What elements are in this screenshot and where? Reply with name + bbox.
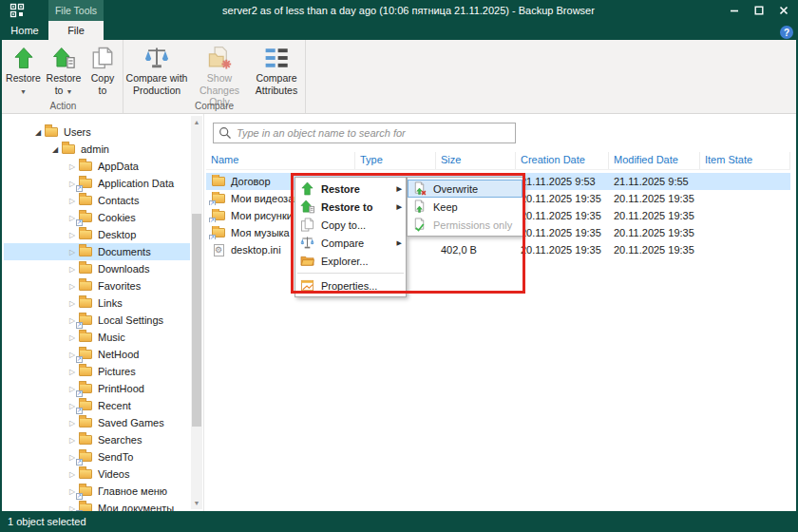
column-header-modified-date[interactable]: Modified Date — [609, 152, 700, 169]
search-input[interactable] — [237, 124, 515, 142]
collapsed-arrow-icon[interactable]: ▷ — [66, 436, 78, 445]
folder-shortcut-icon: ↗ — [78, 314, 93, 327]
expanded-arrow-icon[interactable]: ◢ — [32, 128, 44, 137]
tree-item-label: Documents — [98, 246, 151, 257]
search-box[interactable] — [213, 123, 516, 143]
submenu-arrow-icon: ▶ — [397, 185, 402, 193]
collapsed-arrow-icon[interactable]: ▷ — [66, 248, 78, 256]
folder-shortcut-icon: ↗ — [211, 209, 226, 222]
scroll-down-icon[interactable]: ▼ — [191, 497, 202, 509]
menu-item-label: Compare — [321, 238, 364, 249]
tree-item-label: admin — [81, 143, 109, 155]
folder-shortcut-icon: ↗ — [211, 192, 226, 205]
column-header-type[interactable]: Type — [355, 152, 436, 169]
collapsed-arrow-icon[interactable]: ▷ — [66, 231, 78, 239]
column-header-item-state[interactable]: Item State — [700, 152, 790, 169]
tree-item-local-settings[interactable]: ▷↗Local Settings — [4, 312, 190, 329]
collapsed-arrow-icon[interactable]: ▷ — [66, 419, 78, 428]
restore-submenu: OverwriteKeepPermissions only — [407, 177, 523, 237]
tree-item-cookies[interactable]: ▷↗Cookies — [4, 209, 190, 226]
tree-item-label: Recent — [98, 400, 131, 411]
restore-button[interactable]: Restore ▼ — [4, 43, 43, 96]
menu-item-label: Copy to... — [321, 219, 366, 231]
tree-item-label: Links — [98, 297, 123, 309]
tree-item-links[interactable]: ▷Links — [4, 294, 190, 312]
submenu-item-label: Overwrite — [433, 183, 478, 195]
collapsed-arrow-icon[interactable]: ▷ — [66, 299, 78, 308]
tree-item-label: Главное меню — [98, 485, 167, 497]
tree-item-saved-games[interactable]: ▷Saved Games — [4, 414, 190, 431]
tree-item-label: Desktop — [98, 229, 136, 240]
tree-item-label: NetHood — [98, 349, 139, 360]
context-menu-item-properties[interactable]: Properties... — [295, 276, 406, 294]
tree-item-application-data[interactable]: ▷↗Application Data — [4, 175, 190, 192]
collapsed-arrow-icon[interactable]: ▷ — [66, 282, 78, 291]
tree-item-label: Pictures — [98, 366, 136, 377]
submenu-arrow-icon: ▶ — [397, 239, 402, 247]
tree-item-music[interactable]: ▷Music — [4, 329, 190, 346]
expanded-arrow-icon[interactable]: ◢ — [49, 145, 61, 154]
tree-item-pictures[interactable]: ▷Pictures — [4, 363, 190, 380]
tree-item-admin[interactable]: ◢admin — [4, 141, 190, 158]
restore-arrow-icon — [299, 182, 314, 196]
compare-attributes-button[interactable]: Compare Attributes — [249, 43, 304, 96]
scrollbar-thumb[interactable] — [192, 214, 201, 427]
help-button[interactable]: ? — [780, 26, 793, 39]
collapsed-arrow-icon[interactable]: ▷ — [66, 333, 78, 342]
context-menu-item-restore[interactable]: Restore▶ — [295, 180, 406, 198]
tree-item-favorites[interactable]: ▷Favorites — [4, 277, 190, 294]
collapsed-arrow-icon[interactable]: ▷ — [66, 265, 78, 274]
tree-item-appdata[interactable]: ▷AppData — [4, 158, 190, 175]
restore-to-arrow-icon — [299, 200, 314, 214]
contextual-tab-group-label: File Tools — [48, 0, 104, 21]
minimize-button[interactable] — [722, 0, 747, 21]
tree-item-desktop[interactable]: ▷Desktop — [4, 226, 190, 243]
tree-item-printhood[interactable]: ▷↗PrintHood — [4, 380, 190, 397]
tree-item-label: AppData — [98, 161, 139, 172]
window-controls — [722, 0, 796, 21]
tree-item-мои-документы[interactable]: ▷↗Мои документы — [4, 500, 190, 511]
scroll-up-icon[interactable]: ▲ — [191, 116, 202, 128]
collapsed-arrow-icon[interactable]: ▷ — [66, 470, 78, 479]
collapsed-arrow-icon[interactable]: ▷ — [66, 197, 78, 205]
submenu-item-overwrite[interactable]: Overwrite — [408, 180, 522, 198]
column-header-size[interactable]: Size — [436, 152, 516, 169]
file-creation-date: 20.11.2025 19:35 — [516, 244, 609, 256]
collapsed-arrow-icon[interactable]: ▷ — [66, 162, 78, 171]
tab-file[interactable]: File — [48, 21, 104, 40]
context-menu-item-compare[interactable]: Compare▶ — [295, 234, 406, 252]
ini-file-icon: ⚙ — [211, 243, 226, 256]
folder-shortcut-icon: ↗ — [211, 226, 226, 239]
copy-to-button[interactable]: Copy to — [85, 43, 121, 96]
tree-item-contacts[interactable]: ▷Contacts — [4, 192, 190, 209]
file-creation-date: 21.11.2025 9:53 — [516, 176, 609, 187]
submenu-item-permissions-only[interactable]: Permissions only — [408, 216, 522, 234]
collapsed-arrow-icon[interactable]: ▷ — [66, 368, 78, 376]
context-menu: Restore▶Restore to▶Copy to...Compare▶Exp… — [294, 177, 407, 297]
close-button[interactable] — [771, 0, 796, 21]
context-menu-item-restore-to[interactable]: Restore to▶ — [295, 198, 406, 216]
context-menu-item-explorer[interactable]: Explorer... — [295, 252, 406, 270]
tree-item-documents[interactable]: ▷Documents — [4, 243, 190, 260]
restore-to-button[interactable]: Restore to ▼ — [43, 43, 85, 96]
tree-item-downloads[interactable]: ▷Downloads — [4, 260, 190, 277]
tree-item-recent[interactable]: ▷↗Recent — [4, 397, 190, 414]
tree-item-главное-меню[interactable]: ▷↗Главное меню — [4, 483, 190, 500]
tab-home[interactable]: Home — [4, 21, 46, 40]
tree-item-searches[interactable]: ▷Searches — [4, 431, 190, 448]
ribbon-group-compare: Compare with Production Show Changes Onl… — [124, 40, 306, 113]
submenu-item-keep[interactable]: Keep — [408, 198, 522, 216]
ribbon: Restore ▼ Restore to ▼ — [2, 40, 796, 114]
tree-item-videos[interactable]: ▷Videos — [4, 466, 190, 483]
column-header-name[interactable]: Name — [206, 152, 355, 169]
file-list-pane: NameTypeSizeCreation DateModified DateIt… — [204, 114, 793, 511]
tree-item-nethood[interactable]: ▷↗NetHood — [4, 346, 190, 363]
tree-item-users[interactable]: ◢Users — [4, 124, 190, 141]
maximize-button[interactable] — [747, 0, 771, 21]
column-header-creation-date[interactable]: Creation Date — [516, 152, 609, 169]
context-menu-item-copy-to[interactable]: Copy to... — [295, 216, 406, 234]
compare-with-production-button[interactable]: Compare with Production — [124, 43, 190, 96]
menu-item-label: Restore — [321, 183, 360, 195]
tree-scrollbar[interactable]: ▲ ▼ — [191, 116, 202, 509]
tree-item-sendto[interactable]: ▷↗SendTo — [4, 448, 190, 466]
